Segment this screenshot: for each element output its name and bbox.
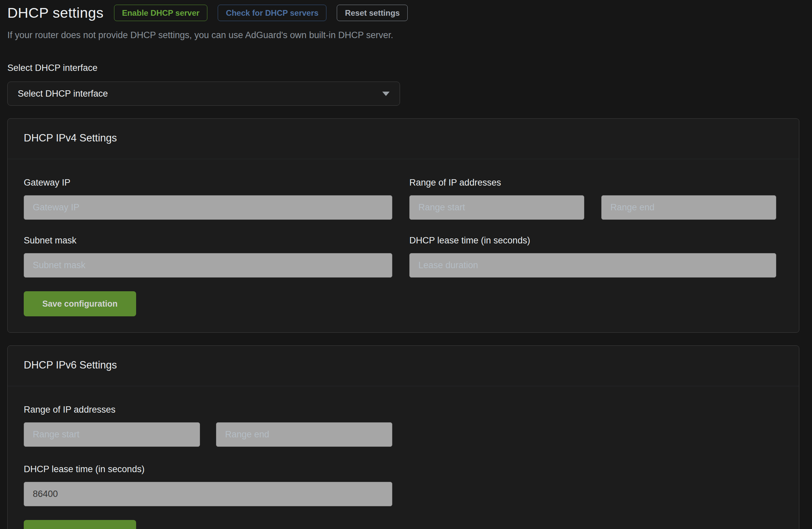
- ipv4-lease-time-label: DHCP lease time (in seconds): [409, 235, 776, 246]
- ipv6-range-start-input[interactable]: [24, 422, 200, 447]
- ipv4-subnet-field: Subnet mask: [24, 235, 392, 278]
- interface-select-label: Select DHCP interface: [8, 63, 804, 73]
- enable-dhcp-server-button[interactable]: Enable DHCP server: [114, 5, 208, 21]
- ipv6-range-label: Range of IP addresses: [24, 405, 783, 415]
- ipv4-form-grid: Gateway IP Range of IP addresses Subnet …: [24, 178, 783, 278]
- page-subtitle: If your router does not provide DHCP set…: [8, 30, 804, 41]
- subnet-mask-input[interactable]: [24, 253, 392, 278]
- chevron-down-icon: [382, 92, 390, 96]
- ipv6-range-end-input[interactable]: [216, 422, 392, 447]
- page-header: DHCP settings Enable DHCP server Check f…: [8, 5, 804, 21]
- dhcp-ipv6-settings-card: DHCP IPv6 Settings Range of IP addresses…: [8, 346, 799, 529]
- dhcp-settings-page: DHCP settings Enable DHCP server Check f…: [0, 0, 812, 529]
- ipv4-card-body: Gateway IP Range of IP addresses Subnet …: [8, 159, 799, 333]
- gateway-ip-label: Gateway IP: [24, 178, 392, 188]
- ipv6-card-body: Range of IP addresses DHCP lease time (i…: [8, 386, 799, 529]
- ipv4-range-label: Range of IP addresses: [409, 178, 776, 188]
- ipv6-lease-time-label: DHCP lease time (in seconds): [24, 464, 783, 474]
- ipv4-gateway-field: Gateway IP: [24, 178, 392, 220]
- ipv4-range-field: Range of IP addresses: [409, 178, 776, 220]
- ipv4-save-configuration-button[interactable]: Save configuration: [24, 291, 136, 316]
- page-title: DHCP settings: [8, 5, 104, 21]
- ipv6-range-inputs: [24, 422, 392, 447]
- gateway-ip-input[interactable]: [24, 195, 392, 220]
- dhcp-ipv4-settings-card: DHCP IPv4 Settings Gateway IP Range of I…: [8, 118, 799, 333]
- ipv6-card-title: DHCP IPv6 Settings: [8, 346, 799, 386]
- ipv4-range-start-input[interactable]: [409, 195, 584, 220]
- dhcp-interface-select-value: Select DHCP interface: [18, 89, 108, 99]
- ipv4-card-title: DHCP IPv4 Settings: [8, 119, 799, 159]
- ipv4-range-end-input[interactable]: [601, 195, 776, 220]
- ipv6-lease-duration-input[interactable]: [24, 482, 392, 506]
- dhcp-interface-select[interactable]: Select DHCP interface: [8, 82, 400, 106]
- ipv4-lease-field: DHCP lease time (in seconds): [409, 235, 776, 278]
- reset-settings-button[interactable]: Reset settings: [337, 5, 408, 21]
- ipv4-lease-duration-input[interactable]: [409, 253, 776, 278]
- subnet-mask-label: Subnet mask: [24, 235, 392, 246]
- ipv4-range-inputs: [409, 195, 776, 220]
- ipv6-range-field: Range of IP addresses: [24, 405, 783, 447]
- check-for-dhcp-servers-button[interactable]: Check for DHCP servers: [218, 5, 327, 21]
- ipv6-save-configuration-button[interactable]: Save configuration: [24, 520, 136, 529]
